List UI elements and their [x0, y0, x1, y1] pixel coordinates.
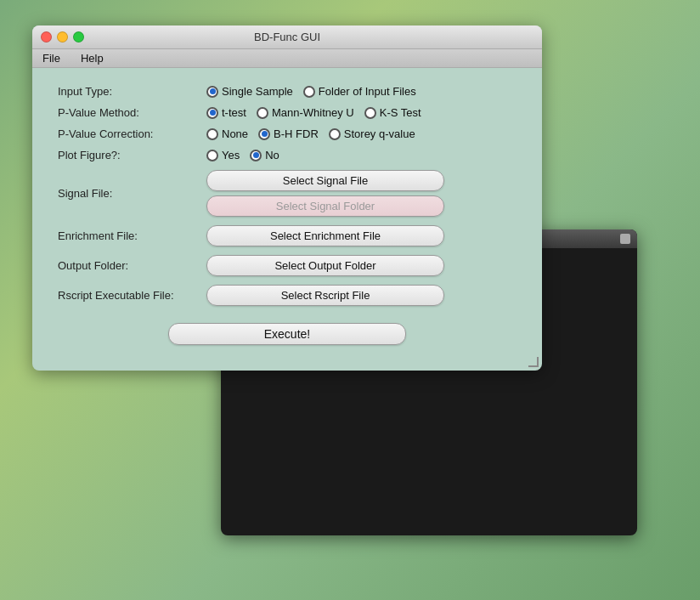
- select-output-folder-button[interactable]: Select Output Folder: [206, 255, 444, 276]
- select-enrichment-file-button[interactable]: Select Enrichment File: [206, 225, 444, 246]
- rscript-file-row: Rscript Executable File: Select Rscript …: [58, 285, 517, 306]
- input-type-options: Single Sample Folder of Input Files: [206, 85, 416, 98]
- pvalue-ttest[interactable]: t-test: [206, 106, 246, 119]
- resize-handle[interactable]: [528, 357, 540, 369]
- enrichment-file-row: Enrichment File: Select Enrichment File: [58, 225, 517, 246]
- window-buttons: [41, 31, 84, 42]
- signal-file-label: Signal File:: [58, 187, 206, 200]
- pvalue-method-label: P-Value Method:: [58, 106, 206, 119]
- radio-yes[interactable]: [206, 150, 218, 161]
- radio-ttest[interactable]: [206, 107, 218, 119]
- input-type-row: Input Type: Single Sample Folder of Inpu…: [58, 85, 517, 98]
- plot-figure-options: Yes No: [206, 149, 279, 161]
- pvalue-correction-options: None B-H FDR Storey q-value: [206, 127, 415, 140]
- menubar: File Help: [32, 49, 542, 68]
- radio-single-sample[interactable]: [206, 86, 218, 98]
- select-rscript-file-button[interactable]: Select Rscript File: [206, 285, 444, 306]
- menu-help[interactable]: Help: [77, 52, 107, 65]
- minimize-button[interactable]: [57, 31, 68, 42]
- titlebar: BD-Func GUI: [32, 25, 542, 49]
- pvalue-mann-whitney[interactable]: Mann-Whitney U: [257, 106, 354, 119]
- terminal-resize-btn[interactable]: [620, 234, 630, 244]
- plot-yes[interactable]: Yes: [206, 149, 240, 161]
- output-folder-label: Output Folder:: [58, 259, 206, 272]
- plot-figure-label: Plot Figure?:: [58, 149, 206, 161]
- pvalue-ks-test[interactable]: K-S Test: [364, 106, 421, 119]
- pvalue-method-options: t-test Mann-Whitney U K-S Test: [206, 106, 421, 119]
- radio-ks-test[interactable]: [364, 107, 376, 119]
- select-signal-file-button[interactable]: Select Signal File: [206, 170, 444, 191]
- execute-row: Execute!: [58, 323, 517, 345]
- plot-figure-row: Plot Figure?: Yes No: [58, 149, 517, 161]
- output-folder-row: Output Folder: Select Output Folder: [58, 255, 517, 276]
- input-type-label: Input Type:: [58, 85, 206, 98]
- app-window: BD-Func GUI File Help Input Type: Single…: [32, 25, 542, 371]
- window-title: BD-Func GUI: [254, 31, 320, 43]
- maximize-button[interactable]: [73, 31, 84, 42]
- correction-none[interactable]: None: [206, 127, 248, 140]
- input-type-single-sample[interactable]: Single Sample: [206, 85, 293, 98]
- radio-bh-fdr[interactable]: [258, 128, 270, 140]
- close-button[interactable]: [41, 31, 52, 42]
- plot-no[interactable]: No: [250, 149, 279, 161]
- pvalue-correction-label: P-Value Correction:: [58, 127, 206, 140]
- signal-file-buttons: Select Signal File Select Signal Folder: [206, 170, 444, 217]
- radio-none[interactable]: [206, 128, 218, 140]
- menu-file[interactable]: File: [39, 52, 64, 65]
- execute-button[interactable]: Execute!: [168, 323, 406, 345]
- pvalue-correction-row: P-Value Correction: None B-H FDR Storey …: [58, 127, 517, 140]
- correction-storey-q[interactable]: Storey q-value: [329, 127, 415, 140]
- radio-no[interactable]: [250, 150, 262, 161]
- signal-file-row: Signal File: Select Signal File Select S…: [58, 170, 517, 217]
- enrichment-file-label: Enrichment File:: [58, 229, 206, 242]
- radio-storey-q[interactable]: [329, 128, 341, 140]
- rscript-file-label: Rscript Executable File:: [58, 289, 206, 302]
- form-content: Input Type: Single Sample Folder of Inpu…: [32, 68, 542, 371]
- correction-bh-fdr[interactable]: B-H FDR: [258, 127, 319, 140]
- select-signal-folder-button[interactable]: Select Signal Folder: [206, 195, 444, 217]
- radio-folder-input[interactable]: [303, 86, 315, 98]
- pvalue-method-row: P-Value Method: t-test Mann-Whitney U K-…: [58, 106, 517, 119]
- input-type-folder[interactable]: Folder of Input Files: [303, 85, 416, 98]
- radio-mann-whitney[interactable]: [257, 107, 268, 119]
